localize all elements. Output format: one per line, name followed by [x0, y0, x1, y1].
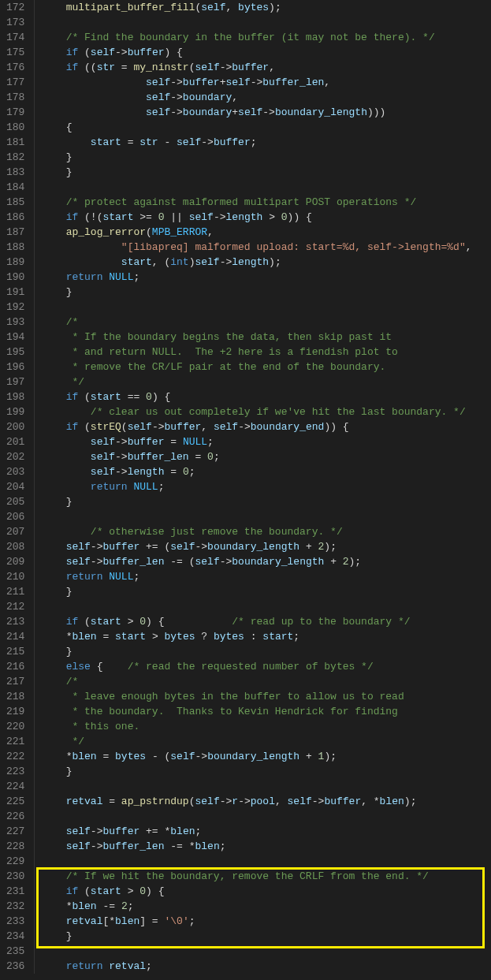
line-number: 220 — [6, 719, 24, 734]
token-op: } — [66, 646, 73, 658]
token-op: -= * — [164, 840, 195, 852]
token-id: self — [288, 796, 312, 807]
code-line[interactable]: /* clear us out completely if we've hit … — [41, 404, 491, 419]
code-line[interactable]: self->buffer += *blen; — [41, 824, 491, 839]
code-line[interactable]: return NULL; — [41, 270, 491, 285]
code-line[interactable]: /* protect against malformed multipart P… — [41, 195, 491, 210]
code-line[interactable]: return NULL; — [41, 569, 491, 584]
code-line[interactable]: self->buffer_len -= *blen; — [41, 839, 491, 854]
code-line[interactable]: self->boundary+self->boundary_length))) — [41, 105, 491, 120]
code-line[interactable]: } — [41, 285, 491, 300]
code-line[interactable]: return retval; — [41, 959, 491, 974]
code-line[interactable] — [41, 809, 491, 824]
code-line[interactable]: if ((str = my_ninstr(self->buffer, — [41, 60, 491, 75]
line-number: 195 — [6, 345, 24, 360]
line-number: 234 — [6, 929, 24, 944]
token-id: pool — [251, 796, 275, 807]
code-line[interactable]: self->length = 0; — [41, 464, 491, 479]
code-line[interactable] — [41, 854, 491, 869]
token-ws — [41, 406, 90, 418]
token-op: ; — [128, 900, 134, 912]
code-line[interactable]: * and return NULL. The +2 here is a fien… — [41, 345, 491, 360]
token-id: start — [115, 631, 146, 643]
code-line[interactable]: /* — [41, 315, 491, 330]
code-line[interactable]: * the boundary. Thanks to Kevin Hendrick… — [41, 704, 491, 719]
code-line[interactable]: retval[*blen] = '\0'; — [41, 914, 491, 929]
code-line[interactable]: /* — [41, 674, 491, 689]
token-id: bytes — [164, 631, 195, 643]
code-line[interactable]: self->buffer += (self->boundary_length +… — [41, 539, 491, 554]
code-line[interactable]: ap_log_rerror(MPB_ERROR, — [41, 225, 491, 240]
code-line[interactable] — [41, 779, 491, 794]
code-line[interactable]: self->buffer_len = 0; — [41, 449, 491, 464]
code-line[interactable]: retval = ap_pstrndup(self->r->pool, self… — [41, 794, 491, 809]
token-op: = — [164, 466, 182, 478]
line-number: 204 — [6, 479, 24, 494]
code-line[interactable]: *blen -= 2; — [41, 899, 491, 914]
code-line[interactable] — [41, 15, 491, 30]
code-line[interactable]: if (start > 0) { — [41, 884, 491, 899]
code-line[interactable]: * If the boundary begins the data, then … — [41, 330, 491, 345]
token-cmt: * If the boundary begins the data, then … — [72, 331, 392, 343]
token-op: -> — [220, 796, 232, 807]
code-line[interactable]: self->buffer+self->buffer_len, — [41, 75, 491, 90]
code-line[interactable]: } — [41, 165, 491, 180]
token-id: self — [91, 436, 115, 448]
code-line[interactable]: self->boundary, — [41, 90, 491, 105]
code-line[interactable]: /* If we hit the boundary, remove the CR… — [41, 869, 491, 884]
line-number: 205 — [6, 494, 24, 509]
line-number: 211 — [6, 584, 24, 599]
token-str: "[libapreq] malformed upload: start=%d, … — [121, 241, 466, 253]
code-line[interactable]: { — [41, 120, 491, 135]
code-line[interactable]: "[libapreq] malformed upload: start=%d, … — [41, 240, 491, 255]
code-line[interactable] — [41, 509, 491, 524]
code-line[interactable]: } — [41, 584, 491, 599]
token-ws — [41, 151, 65, 163]
code-editor: 1721731741751761771781791801811821831841… — [0, 0, 491, 974]
code-line[interactable]: } — [41, 929, 491, 944]
token-id: buffer — [128, 47, 165, 58]
code-line[interactable]: return NULL; — [41, 479, 491, 494]
token-ws — [41, 691, 72, 702]
code-area[interactable]: multipart_buffer_fill(self, bytes); /* F… — [35, 0, 491, 974]
code-line[interactable]: * this one. — [41, 719, 491, 734]
code-line[interactable] — [41, 599, 491, 614]
code-line[interactable] — [41, 944, 491, 959]
code-line[interactable]: multipart_buffer_fill(self, bytes); — [41, 0, 491, 15]
code-line[interactable]: start, (int)self->length); — [41, 255, 491, 270]
line-number: 192 — [6, 300, 24, 315]
code-line[interactable]: } — [41, 764, 491, 779]
code-line[interactable]: *blen = start > bytes ? bytes : start; — [41, 629, 491, 644]
code-line[interactable]: } — [41, 150, 491, 165]
code-line[interactable]: * leave enough bytes in the buffer to al… — [41, 689, 491, 704]
token-op: + — [232, 106, 238, 118]
token-ws — [41, 166, 65, 178]
code-line[interactable]: *blen = bytes - (self->boundary_length +… — [41, 749, 491, 764]
code-line[interactable]: if (!(start >= 0 || self->length > 0)) { — [41, 210, 491, 225]
code-line[interactable]: if (self->buffer) { — [41, 45, 491, 60]
code-line[interactable]: } — [41, 494, 491, 509]
token-op: ; — [189, 915, 195, 927]
token-id: self — [91, 451, 115, 463]
code-line[interactable]: if (start == 0) { — [41, 389, 491, 404]
code-line[interactable] — [41, 180, 491, 195]
code-line[interactable]: /* otherwise just remove the boundary. *… — [41, 524, 491, 539]
code-line[interactable] — [41, 300, 491, 315]
code-line[interactable]: */ — [41, 374, 491, 389]
token-ws — [41, 196, 65, 208]
token-id: blen — [72, 631, 96, 643]
code-line[interactable]: /* Find the boundary in the buffer (it m… — [41, 30, 491, 45]
code-line[interactable]: else { /* read the requested number of b… — [41, 659, 491, 674]
code-line[interactable]: if (strEQ(self->buffer, self->boundary_e… — [41, 419, 491, 434]
token-cmt: /* clear us out completely if we've hit … — [91, 406, 466, 418]
token-op: -> — [91, 556, 103, 568]
code-line[interactable]: } — [41, 644, 491, 659]
line-number: 185 — [6, 195, 24, 210]
code-line[interactable]: self->buffer_len -= (self->boundary_leng… — [41, 554, 491, 569]
code-line[interactable]: */ — [41, 734, 491, 749]
code-line[interactable]: * remove the CR/LF pair at the end of th… — [41, 360, 491, 374]
code-line[interactable]: if (start > 0) { /* read up to the bound… — [41, 614, 491, 629]
token-op: ); — [404, 796, 417, 807]
code-line[interactable]: start = str - self->buffer; — [41, 135, 491, 150]
code-line[interactable]: self->buffer = NULL; — [41, 434, 491, 449]
